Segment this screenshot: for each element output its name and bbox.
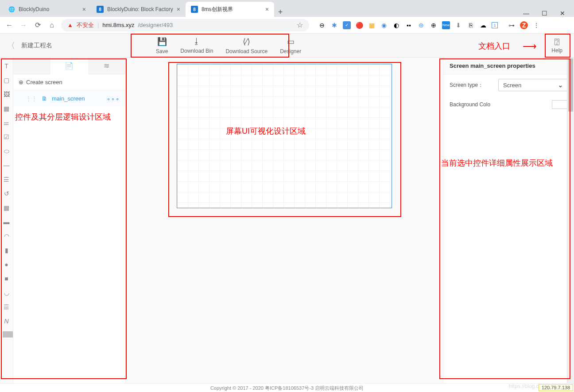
screen-type-select[interactable]: Screen ⌄ <box>498 79 568 91</box>
chevron-left-icon: 〈 <box>7 40 15 51</box>
reload-icon[interactable]: ⟳ <box>33 21 43 29</box>
tab-block-factory[interactable]: 8 BlocklyDuino: Block Factory × <box>91 2 186 17</box>
image-tool-icon[interactable]: 🖼 <box>3 90 11 98</box>
calendar-icon[interactable]: ▦ <box>3 105 11 113</box>
save-icon: 💾 <box>157 37 167 47</box>
app-header: 〈 新建工程名 💾 Save ⭳ Download Bin ⟨⁄⟩ Downlo… <box>0 34 574 58</box>
close-icon[interactable]: × <box>265 6 269 13</box>
download-bin-button[interactable]: ⭳ Download Bin <box>174 35 219 56</box>
url-input[interactable]: ▲ 不安全 | hmi.8ms.xyz/designer/493 ☆ <box>61 19 309 31</box>
more-icon[interactable]: ∘∘∘ <box>107 95 120 102</box>
app-icon: 8 <box>97 6 104 13</box>
hierarchy-panel: 📄 ≋ ⊕ Create screen ⋮⋮ 🗎 main_screen ∘∘∘ <box>13 58 126 383</box>
square-icon[interactable]: ■ <box>3 275 11 283</box>
refresh-icon[interactable]: ↺ <box>3 190 11 198</box>
save-button[interactable]: 💾 Save <box>150 35 174 56</box>
designer-button[interactable]: ▭ Designer <box>274 35 307 56</box>
bar-icon[interactable]: ▮ <box>3 246 11 254</box>
plus-circle-icon: ⊕ <box>19 79 23 85</box>
ext-icon[interactable]: ⎘ <box>467 21 475 29</box>
design-canvas[interactable] <box>177 64 392 208</box>
new-tab-button[interactable]: + <box>274 8 287 17</box>
tab-8ms[interactable]: 8 8ms创新视界 × <box>186 2 274 17</box>
ext-icon[interactable]: 1 <box>492 22 498 28</box>
window-controls: — ☐ ✕ <box>523 10 574 17</box>
ext-icon[interactable]: 🔴 <box>355 21 363 29</box>
gauge-icon[interactable]: ◠ <box>3 232 11 240</box>
ext-icon[interactable]: ✱ <box>330 21 338 29</box>
ext-icon[interactable]: ⬇ <box>454 21 462 29</box>
create-screen-button[interactable]: ⊕ Create screen <box>13 74 125 90</box>
checkbox-icon[interactable]: ☑ <box>3 133 11 141</box>
screen-item-label: main_screen <box>52 95 85 102</box>
url-host: hmi.8ms.xyz <box>102 22 134 28</box>
ext-icon[interactable]: ⊜ <box>417 21 425 29</box>
bg-color-swatch[interactable] <box>552 100 568 109</box>
toolbar: 💾 Save ⭳ Download Bin ⟨⁄⟩ Download Sourc… <box>150 35 307 56</box>
close-icon[interactable]: ✕ <box>560 10 565 17</box>
minimize-icon[interactable]: — <box>523 10 529 17</box>
close-icon[interactable]: × <box>82 6 86 13</box>
tab-title: BlocklyDuino <box>19 6 79 12</box>
maximize-icon[interactable]: ☐ <box>542 10 547 17</box>
ext-icon[interactable]: ⊖ <box>318 21 326 29</box>
ext-icon[interactable]: ⊕ <box>430 21 438 29</box>
prop-label: Screen type： <box>450 82 494 89</box>
icon-rail: T ▢ 🖼 ▦ ⚌ ☑ ⬭ — ☰ ↺ ▦ ▬ ◠ ▮ ● ■ ◡ ☰ N <box>0 58 13 383</box>
panel-tab-screens[interactable]: 📄 <box>50 58 88 74</box>
tab-blocklyduino[interactable]: 🌐 BlocklyDuino × <box>3 2 91 17</box>
forward-icon[interactable]: → <box>19 21 28 29</box>
rect-tool-icon[interactable]: ▢ <box>3 76 11 84</box>
line-icon[interactable]: — <box>3 161 11 169</box>
ext-icon[interactable]: ◐ <box>392 21 400 29</box>
grid-icon[interactable]: ▦ <box>3 204 11 212</box>
back-area[interactable]: 〈 新建工程名 <box>7 40 52 51</box>
row-icon[interactable]: ☰ <box>3 303 11 311</box>
drag-handle-icon: ⋮⋮ <box>26 95 37 102</box>
address-bar: ← → ⟳ ⌂ ▲ 不安全 | hmi.8ms.xyz/designer/493… <box>0 17 574 34</box>
footer: Copyright © 2017 - 2020 粤ICP备18106537号-3… <box>0 383 574 392</box>
profile-avatar[interactable]: Z <box>520 21 528 29</box>
text-tool-icon[interactable]: T <box>3 62 11 70</box>
wave-icon[interactable]: N <box>3 317 11 325</box>
ext-icon[interactable]: ▪▪ <box>405 21 413 29</box>
properties-panel: Screen main_screen properties Screen typ… <box>443 58 574 383</box>
key-icon[interactable]: ⊶ <box>508 21 516 29</box>
slider-icon[interactable]: ⚌ <box>3 119 11 127</box>
url-path: /designer/493 <box>138 22 173 28</box>
panel-tab-layers[interactable]: ≋ <box>88 58 125 74</box>
ext-icon[interactable]: ▦ <box>368 21 376 29</box>
prop-label: Background Colo <box>450 101 507 108</box>
tab-title: BlocklyDuino: Block Factory <box>107 6 173 12</box>
scrollbar[interactable] <box>567 58 574 383</box>
chevron-down-icon: ⌄ <box>558 82 563 89</box>
screen-item-main[interactable]: ⋮⋮ 🗎 main_screen ∘∘∘ <box>13 90 125 106</box>
circle-icon[interactable]: ● <box>3 260 11 268</box>
arc-icon[interactable]: ◡ <box>3 289 11 297</box>
code-icon: ⟨⁄⟩ <box>243 37 250 47</box>
ext-icon[interactable]: ◉ <box>380 21 388 29</box>
app-body: T ▢ 🖼 ▦ ⚌ ☑ ⬭ — ☰ ↺ ▦ ▬ ◠ ▮ ● ■ ◡ ☰ N <box>0 58 574 383</box>
app-icon: 8 <box>191 6 198 13</box>
menu-icon[interactable]: ⋮ <box>532 21 540 29</box>
help-button[interactable]: ⍰ Help <box>547 37 567 54</box>
switch-icon[interactable]: ⬭ <box>3 147 11 155</box>
download-source-button[interactable]: ⟨⁄⟩ Download Source <box>219 35 274 56</box>
help-label: Help <box>551 47 562 54</box>
panel-tab-blank[interactable] <box>13 58 50 74</box>
list-icon[interactable]: ☰ <box>3 175 11 183</box>
bookmark-icon[interactable]: ☆ <box>297 21 303 29</box>
prop-screen-type: Screen type： Screen ⌄ <box>443 74 574 96</box>
ext-icon[interactable]: ☁ <box>479 21 487 29</box>
globe-icon: 🌐 <box>8 6 15 13</box>
ext-icon[interactable]: ✓ <box>343 21 351 29</box>
designer-icon: ▭ <box>287 37 295 47</box>
create-screen-label: Create screen <box>26 79 62 85</box>
scrollbar-thumb[interactable] <box>568 58 573 112</box>
ext-icon[interactable]: New <box>442 21 450 29</box>
close-icon[interactable]: × <box>177 6 180 13</box>
back-icon[interactable]: ← <box>4 21 14 29</box>
help-icon: ⍰ <box>555 37 559 47</box>
panel-icon[interactable]: ▬ <box>3 218 11 226</box>
home-icon[interactable]: ⌂ <box>47 21 57 29</box>
